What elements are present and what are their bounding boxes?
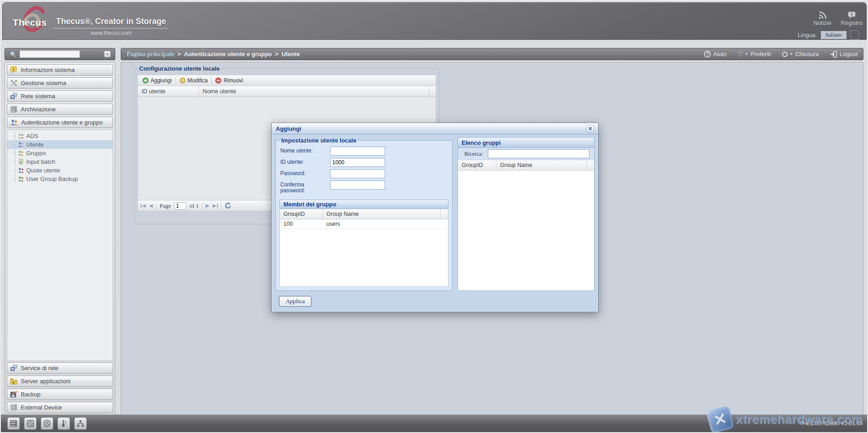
column-id-utente[interactable]: ID utente (138, 86, 199, 96)
password-input[interactable] (330, 169, 385, 178)
sidebar-item-label: Service di rete (21, 365, 58, 371)
brand-website: www.thecus.com (53, 30, 169, 36)
sidebar-item-rete-sistema[interactable]: Rete sistema (7, 90, 113, 102)
remove-circle-icon (215, 77, 222, 84)
app-header: Thecus Thecus®, Creator in Storage www.t… (2, 2, 867, 40)
server-icon (9, 419, 18, 428)
cell-groupid: 100 (280, 221, 323, 227)
sidebar-item-label: Gestione sistema (21, 80, 66, 86)
language-select[interactable]: Italiano (821, 31, 847, 39)
logout-button[interactable]: Logout (830, 51, 858, 58)
aiuto-button[interactable]: ? Aiuto (704, 51, 726, 57)
sidebar-item-backup[interactable]: Backup (7, 389, 113, 400)
membri-del-gruppo-header: Membri del gruppo (279, 200, 448, 209)
field-row: ID utente: (280, 158, 452, 167)
sidebar-subitem-label: Input batch (26, 158, 55, 165)
folder-plus-icon (10, 377, 18, 385)
power-icon (782, 51, 788, 57)
info-bubble-icon: i (10, 66, 18, 74)
ricerca-input[interactable] (488, 149, 590, 158)
disk-status-button[interactable] (24, 417, 37, 430)
modifica-button[interactable]: Modifica (176, 76, 212, 85)
tree-connector (13, 170, 16, 171)
user-mini-icon (18, 142, 24, 148)
dialog-titlebar[interactable]: Aggiungi × (272, 123, 598, 134)
log-bubble-icon (836, 10, 868, 19)
backup-disk-icon (10, 390, 18, 398)
column-groupid[interactable]: GroupID (458, 160, 496, 170)
close-icon[interactable]: × (586, 125, 594, 132)
network-computers-icon (10, 92, 18, 100)
breadcrumb-home-link[interactable]: Pagina principale (127, 51, 174, 58)
sidebar-item-input-batch[interactable]: Input batch (7, 157, 113, 166)
sidebar-item-external-device[interactable]: External Device (7, 402, 113, 413)
add-circle-icon (142, 77, 149, 84)
breadcrumb-separator: > (275, 51, 278, 57)
sidebar-item-archiviazione[interactable]: Archiviazione (7, 104, 113, 115)
applica-button[interactable]: Applica (279, 296, 311, 307)
server-status-button[interactable] (7, 417, 20, 430)
column-nome-utente[interactable]: Nome utente (199, 86, 429, 96)
registro-button[interactable]: Registro (836, 10, 868, 26)
notizie-button[interactable]: Notizie (807, 10, 838, 26)
quota-mini-icon (18, 167, 24, 173)
chevron-down-icon: ▼ (745, 52, 749, 56)
column-group-name[interactable]: Group Name (496, 160, 586, 170)
temperature-icon (60, 419, 68, 428)
preferiti-button[interactable]: ♡▼ Preferiti (737, 51, 771, 57)
fieldset-title: Impostazione utente locale (279, 137, 358, 144)
elenco-gruppi-panel: Elenco gruppi Ricerca: GroupID Group Nam… (458, 137, 594, 291)
members-table: GroupID Group Name 100 users (279, 209, 448, 287)
chiusura-button[interactable]: ▼ Chiusura (782, 51, 819, 57)
disk-stack-icon (10, 404, 18, 411)
sidebar-item-user-group-backup[interactable]: User Group Backup (7, 175, 113, 183)
network-status-button[interactable] (74, 417, 87, 430)
sidebar-subitem-label: Quote utente (26, 167, 60, 174)
id-utente-input[interactable] (330, 158, 385, 167)
pagination-separator (156, 202, 156, 209)
chevron-down-icon: ▼ (789, 52, 793, 56)
sidebar-search-input[interactable] (19, 50, 80, 58)
sidebar-item-utente[interactable]: Utente (7, 140, 113, 149)
sidebar-item-quote-utente[interactable]: Quote utente (7, 166, 113, 175)
sidebar-item-autenticazione-utente-e-gruppo[interactable]: Autenticazione utente e gruppo (7, 117, 113, 128)
sidebar-item-service-di-rete[interactable]: Service di rete (7, 362, 113, 374)
first-page-button[interactable]: ◀ (141, 203, 146, 209)
user-backup-mini-icon (18, 176, 24, 182)
group-search-row: Ricerca: (458, 148, 594, 160)
column-groupid[interactable]: GroupID (280, 209, 323, 219)
user-group-icon (10, 119, 18, 126)
sidebar-item-informazioni-sistema[interactable]: i Informazioni sistema (7, 64, 113, 76)
panel-title: Configurazione utente locale (137, 65, 222, 72)
sidebar-item-gestione-sistema[interactable]: Gestione sistema (7, 77, 113, 89)
previous-page-button[interactable]: ◀ (149, 203, 152, 209)
column-group-name[interactable]: Group Name (323, 209, 440, 219)
sidebar-item-server-applicazioni[interactable]: Server applicazioni (7, 376, 113, 387)
firmware-version-label: THECUS N2800 V2.01.05 (800, 420, 863, 427)
sidebar-item-label: Archiviazione (21, 106, 56, 113)
language-label: Lingua: (797, 32, 817, 38)
sidebar-item-gruppo[interactable]: Gruppo (7, 149, 113, 157)
conferma-password-input[interactable] (330, 181, 385, 190)
aggiungi-button[interactable]: Aggiungi (139, 76, 175, 85)
nome-utente-label: Nome utente: (280, 147, 330, 156)
sidebar-subitem-label: Utente (26, 141, 43, 148)
temperature-status-button[interactable] (57, 417, 70, 430)
refresh-icon[interactable] (225, 202, 231, 209)
last-page-button[interactable]: ▶ (212, 203, 217, 209)
sidebar-item-label: External Device (21, 404, 62, 411)
page-number-input[interactable] (174, 202, 186, 209)
rimuovi-label: Rimuovi (223, 77, 243, 84)
fan-status-button[interactable] (41, 417, 53, 430)
sidebar-expand-button[interactable]: + (104, 51, 111, 57)
nome-utente-input[interactable] (330, 147, 385, 156)
members-title: Membri del gruppo (283, 201, 336, 208)
cell-group-name: users (323, 221, 448, 227)
members-table-row[interactable]: 100 users (280, 219, 448, 229)
user-table-header: ID utente Nome utente (137, 86, 436, 97)
next-page-button[interactable]: ▶ (206, 203, 209, 209)
sidebar-item-ads[interactable]: ADS (7, 132, 113, 140)
id-utente-label: ID utente: (280, 158, 330, 167)
language-dropdown-arrow-icon[interactable]: ▼ (850, 30, 859, 40)
rimuovi-button[interactable]: Rimuovi (212, 76, 246, 85)
